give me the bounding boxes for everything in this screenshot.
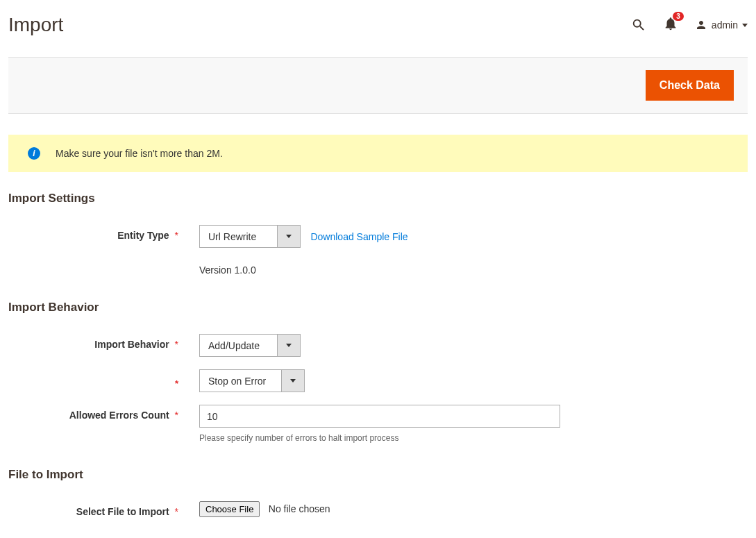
import-behavior-value: Add/Update [200,335,277,356]
required-mark: * [175,230,178,241]
entity-type-value: Url Rewrite [200,226,277,247]
select-dropdown-button[interactable] [277,335,300,356]
section-title-import-behavior: Import Behavior [8,301,748,314]
download-sample-link[interactable]: Download Sample File [310,231,408,242]
action-bar: Check Data [8,57,748,114]
chevron-down-icon [742,24,748,27]
search-icon[interactable] [631,17,646,33]
allowed-errors-input[interactable] [199,405,560,428]
required-mark: * [175,410,178,421]
select-dropdown-button[interactable] [281,370,304,392]
import-behavior-label: Import Behavior * [8,334,199,350]
import-behavior-row: Import Behavior * Add/Update [8,334,748,357]
notification-badge: 3 [673,12,684,21]
import-behavior-section: Import Behavior Import Behavior * Add/Up… [8,301,748,443]
validation-strategy-row: * Stop on Error [8,369,748,392]
validation-strategy-label: * [8,369,199,389]
section-title-file-to-import: File to Import [8,468,748,482]
section-title-import-settings: Import Settings [8,192,748,205]
entity-type-label: Entity Type * [8,225,199,241]
user-menu[interactable]: admin [695,19,748,31]
page-header: Import 3 admin [8,0,748,57]
validation-strategy-select[interactable]: Stop on Error [199,369,305,392]
notice-banner: i Make sure your file isn't more than 2M… [8,135,748,172]
chevron-down-icon [286,235,292,238]
choose-file-button[interactable]: Choose File [199,501,260,517]
file-to-import-section: File to Import Select File to Import * C… [8,468,748,517]
select-dropdown-button[interactable] [277,226,300,247]
page-title: Import [8,14,631,36]
entity-type-select[interactable]: Url Rewrite [199,225,301,248]
user-icon [695,19,707,31]
validation-strategy-value: Stop on Error [200,370,281,392]
chevron-down-icon [290,379,296,383]
select-file-row: Select File to Import * Choose File No f… [8,501,748,517]
entity-type-field: Url Rewrite Download Sample File Version… [199,225,560,276]
required-mark: * [175,339,178,350]
required-mark: * [175,506,178,517]
version-label: Version 1.0.0 [199,264,560,276]
check-data-button[interactable]: Check Data [646,70,734,101]
select-file-field: Choose File No file chosen [199,501,560,517]
allowed-errors-row: Allowed Errors Count * Please specify nu… [8,405,748,443]
validation-strategy-field: Stop on Error [199,369,560,392]
notice-message: Make sure your file isn't more than 2M. [56,148,223,159]
username-label: admin [712,19,738,31]
allowed-errors-help: Please specify number of errors to halt … [199,433,560,443]
notifications-button[interactable]: 3 [663,16,678,34]
chevron-down-icon [286,344,292,347]
import-behavior-select[interactable]: Add/Update [199,334,301,357]
allowed-errors-label: Allowed Errors Count * [8,405,199,421]
info-icon: i [28,147,40,160]
required-mark: * [8,378,178,389]
import-behavior-field: Add/Update [199,334,560,357]
entity-type-row: Entity Type * Url Rewrite Download Sampl… [8,225,748,276]
allowed-errors-field: Please specify number of errors to halt … [199,405,560,443]
import-settings-section: Import Settings Entity Type * Url Rewrit… [8,192,748,276]
file-status-label: No file chosen [269,503,330,514]
select-file-label: Select File to Import * [8,501,199,517]
header-actions: 3 admin [631,16,748,34]
